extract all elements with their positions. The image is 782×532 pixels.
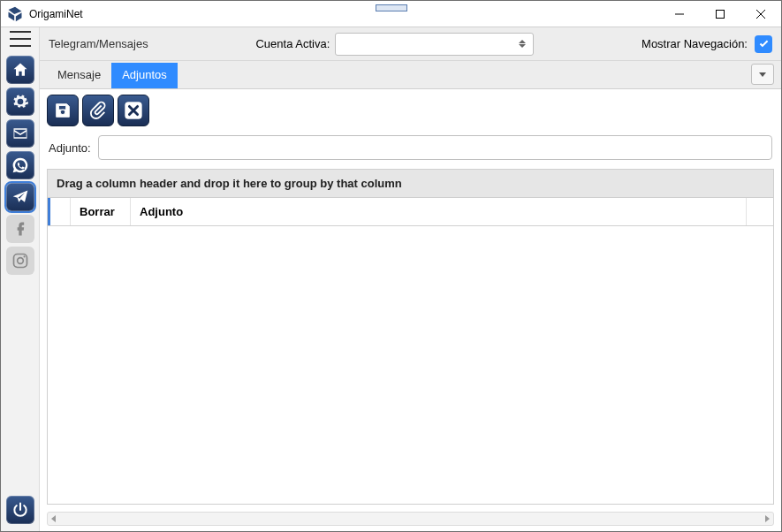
app-title: OrigamiNet (29, 8, 83, 20)
column-scroll-spacer (747, 198, 773, 225)
close-icon (124, 101, 143, 120)
grid-group-panel[interactable]: Drag a column header and drop it here to… (47, 169, 774, 197)
app-logo-icon (6, 5, 24, 23)
sidebar-item-facebook[interactable] (6, 215, 34, 243)
svg-point-3 (23, 255, 25, 257)
show-nav-label: Mostrar Navegación: (642, 37, 748, 50)
horizontal-scrollbar[interactable] (47, 512, 774, 526)
window-drag-handle[interactable] (376, 4, 407, 11)
topbar: Telegram/Mensajes Cuenta Activa: Mostrar… (40, 27, 781, 61)
delete-button[interactable] (118, 95, 149, 126)
sidebar-item-power[interactable] (6, 496, 34, 524)
chevron-updown-icon (517, 40, 528, 48)
tab-message[interactable]: Mensaje (47, 63, 111, 88)
show-nav-checkbox[interactable] (755, 35, 772, 53)
toolbar (40, 89, 781, 132)
tab-overflow-button[interactable] (751, 64, 774, 85)
breadcrumb: Telegram/Mensajes (49, 37, 148, 50)
sidebar-item-whatsapp[interactable] (6, 151, 34, 179)
attachment-input[interactable] (98, 135, 772, 160)
tab-attachments[interactable]: Adjuntos (111, 63, 178, 88)
sidebar-item-home[interactable] (6, 56, 34, 84)
account-label: Cuenta Activa: (255, 37, 330, 50)
attachment-field-row: Adjunto: (40, 132, 781, 169)
content-area: Telegram/Mensajes Cuenta Activa: Mostrar… (40, 27, 781, 531)
sidebar-item-telegram[interactable] (6, 183, 34, 211)
chevron-down-icon (759, 72, 766, 77)
grid-body[interactable] (48, 226, 773, 504)
grid-area: Drag a column header and drop it here to… (40, 169, 781, 512)
row-indicator-column[interactable] (48, 198, 71, 225)
attachment-label: Adjunto: (49, 141, 91, 155)
close-button[interactable] (740, 1, 781, 27)
save-icon (53, 101, 72, 120)
svg-rect-0 (717, 10, 725, 18)
save-button[interactable] (47, 95, 79, 126)
sidebar-item-instagram[interactable] (6, 247, 34, 275)
sidebar-item-mail[interactable] (6, 119, 34, 148)
active-account-select[interactable] (335, 33, 534, 56)
hamburger-menu-button[interactable] (10, 31, 31, 47)
column-attachment[interactable]: Adjunto (131, 198, 747, 225)
sidebar (1, 27, 40, 531)
sidebar-item-settings[interactable] (6, 87, 34, 116)
svg-point-2 (17, 258, 23, 264)
grid-header: Borrar Adjunto (48, 198, 773, 226)
data-grid: Borrar Adjunto (47, 197, 774, 505)
scroll-right-icon (765, 515, 770, 522)
paperclip-icon (88, 101, 108, 120)
title-bar: OrigamiNet (1, 1, 781, 27)
minimize-button[interactable] (659, 1, 700, 27)
tab-bar: Mensaje Adjuntos (40, 61, 781, 89)
column-delete[interactable]: Borrar (71, 198, 131, 225)
attach-button[interactable] (82, 95, 114, 126)
maximize-button[interactable] (700, 1, 740, 27)
scroll-left-icon (51, 515, 56, 522)
